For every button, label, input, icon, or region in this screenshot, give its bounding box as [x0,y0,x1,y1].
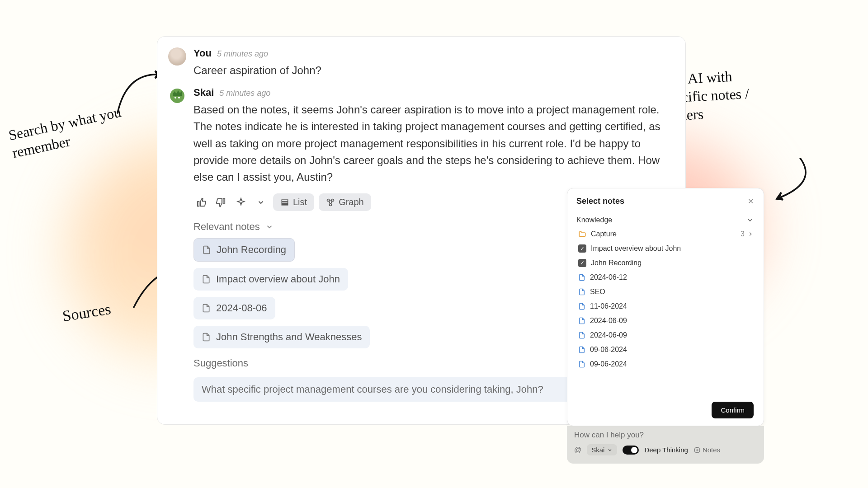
ai-name: Skai [193,87,214,99]
note-chip[interactable]: Impact overview about John [193,268,348,291]
note-row[interactable]: 09-06-2024 [576,357,761,371]
note-chip-label: Impact overview about John [216,273,340,285]
note-row[interactable]: SEO [576,285,761,299]
view-graph-label: Graph [339,197,364,207]
document-icon [202,333,211,342]
document-icon [578,274,585,281]
suggestions-label: Suggestions [193,357,248,369]
close-icon[interactable]: ✕ [748,197,754,206]
note-row[interactable]: 11-06-2024 [576,299,761,314]
ai-avatar [168,87,186,105]
model-chip[interactable]: Skai [587,444,617,455]
note-chip-label: John Strengths and Weaknesses [216,331,362,343]
document-icon [202,245,211,254]
document-icon [578,346,585,353]
document-icon [578,361,585,368]
document-icon [578,303,585,310]
relevant-notes-toggle[interactable]: Relevant notes [193,221,274,233]
note-row-label: 09-06-2024 [590,346,627,354]
svg-rect-3 [282,200,288,201]
thumbs-down-icon[interactable] [213,195,229,210]
knowledge-label: Knowledge [576,216,612,224]
note-row-label: SEO [590,288,605,296]
chevron-down-icon[interactable] [253,195,269,210]
thumbs-up-icon[interactable] [193,195,209,210]
select-notes-title: Select notes [576,197,624,206]
note-row-label: Impact overview about John [591,244,681,253]
view-list-label: List [293,197,307,207]
note-row-label: 2024-06-12 [590,273,627,282]
note-row-label: 2024-06-09 [590,331,627,339]
checkbox-checked-icon[interactable] [578,259,586,267]
note-row[interactable]: 2024-06-12 [576,270,761,285]
chevron-down-icon [265,223,274,231]
notes-label: Notes [703,446,720,454]
chat-input-panel: How can I help you? @ Skai Deep Thinking… [567,426,764,464]
svg-rect-5 [282,204,288,205]
note-chip[interactable]: 2024-08-06 [193,297,275,319]
svg-point-1 [175,97,176,99]
confirm-button[interactable]: Confirm [712,402,754,418]
document-icon [202,275,211,284]
deep-thinking-toggle[interactable] [623,446,639,455]
user-name: You [193,47,212,59]
user-message: You 5 minutes ago Career aspiration of J… [168,47,667,82]
ai-time: 5 minutes ago [219,89,270,98]
folder-count: 3 [741,230,745,238]
chat-input[interactable]: How can I help you? [574,431,757,440]
view-graph-button[interactable]: Graph [319,193,371,211]
deep-thinking-label: Deep Thinking [644,446,688,454]
notes-button[interactable]: Notes [693,446,720,454]
note-chip-label: John Recording [217,244,286,256]
note-row[interactable]: 09-06-2024 [576,343,761,357]
note-row[interactable]: 2024-06-09 [576,328,761,343]
document-icon [578,332,585,339]
checkbox-checked-icon[interactable] [578,244,586,253]
relevant-notes-label: Relevant notes [193,221,260,233]
note-row-label: 2024-06-09 [590,317,627,325]
folder-capture[interactable]: Capture 3 [576,227,761,241]
note-row[interactable]: 2024-06-09 [576,314,761,328]
select-notes-panel: Select notes ✕ Knowledge Capture 3 Impac… [567,188,764,426]
note-row-label: John Recording [591,259,642,267]
note-chip-label: 2024-08-06 [216,302,267,314]
folder-icon [578,230,586,238]
user-text: Career aspiration of John? [193,62,667,79]
chevron-right-icon [747,231,754,237]
model-name: Skai [591,446,604,454]
ai-text: Based on the notes, it seems John's care… [193,101,667,185]
note-row-label: 09-06-2024 [590,360,627,368]
knowledge-toggle[interactable]: Knowledge [576,213,761,227]
svg-point-2 [178,97,180,99]
note-chip[interactable]: John Recording [193,238,295,262]
view-list-button[interactable]: List [273,193,314,211]
sparkle-icon[interactable] [233,195,249,210]
svg-rect-4 [282,202,288,203]
folder-label: Capture [591,230,617,238]
note-row[interactable]: Impact overview about John [576,241,761,256]
chevron-down-icon [746,216,754,224]
document-icon [578,288,585,296]
chevron-down-icon [607,447,613,453]
document-icon [202,304,211,313]
user-avatar [168,47,186,66]
note-chip[interactable]: John Strengths and Weaknesses [193,326,370,348]
user-time: 5 minutes ago [217,49,268,59]
document-icon [578,317,585,324]
at-icon[interactable]: @ [574,446,581,454]
note-row-label: 11-06-2024 [590,302,627,310]
note-row[interactable]: John Recording [576,256,761,270]
plus-circle-icon [693,446,701,454]
